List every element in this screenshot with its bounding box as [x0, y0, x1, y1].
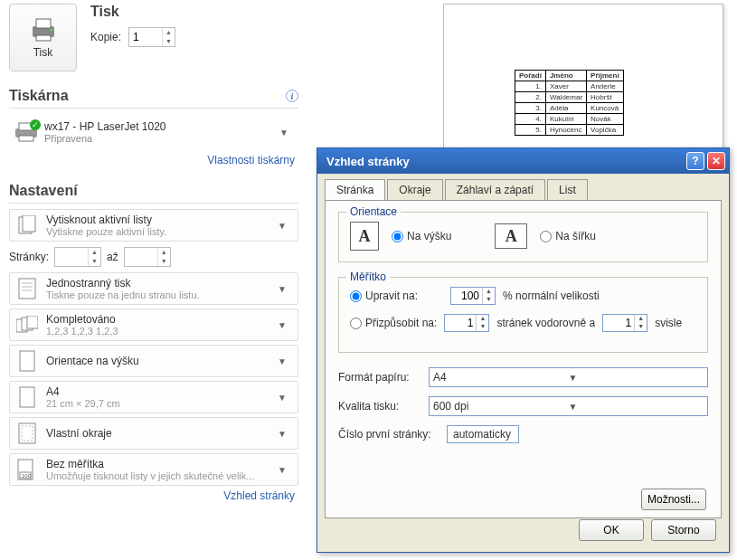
option-no-scaling[interactable]: 100 Bez měřítkaUmožňuje tisknout listy v…	[9, 453, 298, 486]
chevron-down-icon: ▼	[272, 393, 292, 403]
option-one-sided[interactable]: Jednostranný tiskTiskne pouze na jednu s…	[9, 272, 298, 305]
fit-radio[interactable]: Přizpůsobit na:	[350, 317, 437, 329]
page-setup-link[interactable]: Vzhled stránky	[9, 489, 295, 502]
chevron-down-icon: ▼	[272, 465, 292, 475]
table-row: 2.WaldemarHobršt	[515, 92, 624, 103]
collate-icon	[15, 313, 39, 337]
chevron-down-icon: ▼	[272, 429, 292, 439]
orientation-group: Orientace A Na výšku A Na šířku	[338, 212, 708, 262]
info-icon[interactable]: i	[286, 90, 298, 102]
option-margins[interactable]: Vlastní okraje ▼	[9, 417, 298, 450]
page-setup-dialog: Vzhled stránky ? ✕ Stránka Okraje Záhlav…	[317, 147, 730, 553]
table-header: Jméno	[545, 71, 586, 81]
printer-device-icon: ✓	[14, 121, 39, 143]
page-size-icon	[15, 385, 39, 409]
option-print-active[interactable]: Vytisknout aktivní listyVytiskne pouze a…	[9, 209, 298, 242]
portrait-radio[interactable]: Na výšku	[392, 230, 451, 242]
printer-heading: Tiskárna	[9, 88, 69, 104]
svg-rect-16	[20, 351, 34, 371]
settings-heading: Nastavení	[9, 183, 78, 199]
page-icon	[15, 277, 39, 300]
print-title: Tisk	[90, 4, 175, 20]
svg-rect-6	[19, 136, 33, 141]
first-page-label: Číslo první stránky:	[338, 428, 447, 441]
opt-title: Vytisknout aktivní listy	[46, 214, 272, 226]
chevron-down-icon: ▼	[569, 402, 704, 412]
svg-rect-1	[36, 19, 51, 28]
fit-height-spinner[interactable]: ▲▼	[602, 314, 647, 332]
pages-label: Stránky:	[9, 251, 49, 263]
svg-rect-9	[19, 279, 35, 299]
tab-header-footer[interactable]: Záhlaví a zápatí	[445, 179, 545, 200]
printer-icon	[29, 17, 58, 43]
help-button[interactable]: ?	[686, 152, 704, 170]
scale-group: Měřítko Upravit na: ▲▼ % normální veliko…	[338, 277, 708, 353]
printer-properties-link[interactable]: Vlastnosti tiskárny	[9, 154, 295, 166]
chevron-down-icon: ▼	[272, 320, 292, 330]
dialog-titlebar[interactable]: Vzhled stránky ? ✕	[317, 148, 729, 174]
first-page-field[interactable]: automaticky	[447, 425, 519, 443]
table-row: 1.XaverAnderle	[515, 81, 624, 92]
chevron-up-icon[interactable]: ▲	[162, 28, 175, 37]
pages-to-input[interactable]	[125, 248, 157, 266]
svg-rect-2	[36, 35, 51, 41]
printer-status: Připravena	[44, 133, 274, 144]
opt-desc: Vytiskne pouze aktivní listy.	[46, 226, 272, 237]
chevron-down-icon: ▼	[272, 356, 292, 366]
option-paper-size[interactable]: A421 cm × 29,7 cm ▼	[9, 381, 298, 413]
option-orientation[interactable]: Orientace na výšku ▼	[9, 345, 298, 377]
chevron-down-icon[interactable]: ▼	[162, 37, 175, 46]
portrait-preview-icon: A	[350, 222, 379, 251]
sheets-icon	[15, 214, 39, 237]
chevron-down-icon: ▼	[272, 284, 292, 294]
paper-format-label: Formát papíru:	[338, 371, 429, 384]
paper-format-combo[interactable]: A4▼	[429, 367, 708, 387]
table-row: 4.KukulínNovák	[515, 114, 624, 125]
scale-icon: 100	[15, 458, 39, 481]
svg-text:100: 100	[22, 473, 32, 479]
preview-table: PořadíJménoPříjmení 1.XaverAnderle2.Wald…	[515, 70, 624, 136]
copies-spinner[interactable]: ▲▼	[128, 27, 175, 47]
copies-input[interactable]	[129, 28, 162, 46]
pages-to-spinner[interactable]: ▲▼	[124, 247, 171, 267]
tab-margins[interactable]: Okraje	[387, 179, 442, 200]
close-button[interactable]: ✕	[707, 152, 725, 170]
adjust-radio[interactable]: Upravit na:	[350, 289, 418, 302]
landscape-radio[interactable]: Na šířku	[540, 230, 596, 242]
fit-width-spinner[interactable]: ▲▼	[444, 314, 489, 332]
cancel-button[interactable]: Storno	[651, 519, 716, 541]
printer-selector[interactable]: ✓ wx17 - HP LaserJet 1020 Připravena ▼	[9, 114, 298, 150]
copies-label: Kopie:	[90, 31, 121, 43]
svg-rect-8	[23, 215, 35, 232]
print-quality-combo[interactable]: 600 dpi▼	[429, 396, 708, 416]
check-icon: ✓	[30, 119, 41, 130]
chevron-down-icon: ▼	[274, 128, 294, 138]
svg-rect-15	[27, 316, 38, 328]
table-header: Příjmení	[587, 71, 624, 81]
ok-button[interactable]: OK	[579, 519, 644, 541]
print-button-label: Tisk	[33, 46, 53, 59]
print-quality-label: Kvalita tisku:	[338, 400, 429, 413]
table-row: 3.AdélaKuncová	[515, 103, 624, 114]
print-button[interactable]: Tisk	[9, 4, 77, 71]
options-button[interactable]: Možnosti...	[641, 489, 706, 510]
chevron-down-icon: ▼	[272, 221, 292, 231]
option-collated[interactable]: Kompletováno1,2,3 1,2,3 1,2,3 ▼	[9, 308, 298, 341]
table-row: 5.HynocencVopička	[515, 125, 624, 136]
pages-from-spinner[interactable]: ▲▼	[54, 247, 101, 267]
pages-from-input[interactable]	[55, 248, 88, 266]
svg-point-3	[50, 28, 52, 31]
landscape-preview-icon: A	[495, 223, 527, 249]
printer-name: wx17 - HP LaserJet 1020	[44, 120, 274, 133]
tab-sheet[interactable]: List	[547, 179, 588, 200]
portrait-icon	[15, 349, 39, 373]
dialog-title: Vzhled stránky	[321, 155, 684, 168]
chevron-down-icon: ▼	[569, 373, 704, 383]
pages-to-label: až	[107, 251, 118, 263]
tab-page[interactable]: Stránka	[325, 179, 385, 200]
svg-rect-17	[20, 387, 34, 407]
scale-percent-spinner[interactable]: ▲▼	[450, 287, 496, 305]
table-header: Pořadí	[515, 71, 546, 81]
margins-icon	[15, 422, 39, 445]
